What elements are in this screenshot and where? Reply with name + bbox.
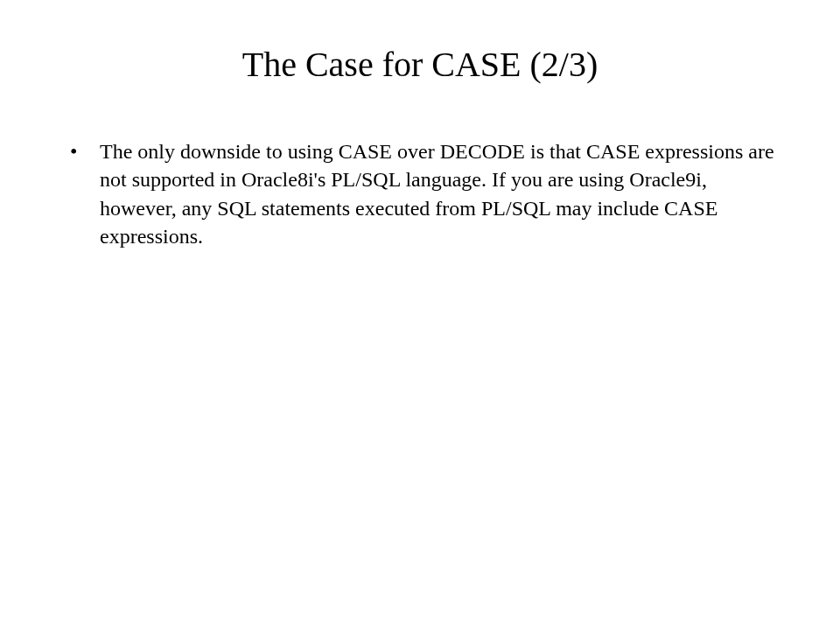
list-item: The only downside to using CASE over DEC… — [70, 137, 788, 251]
bullet-list: The only downside to using CASE over DEC… — [70, 137, 788, 251]
slide: The Case for CASE (2/3) The only downsid… — [0, 0, 840, 630]
slide-title: The Case for CASE (2/3) — [52, 44, 788, 85]
slide-body: The only downside to using CASE over DEC… — [52, 137, 788, 251]
